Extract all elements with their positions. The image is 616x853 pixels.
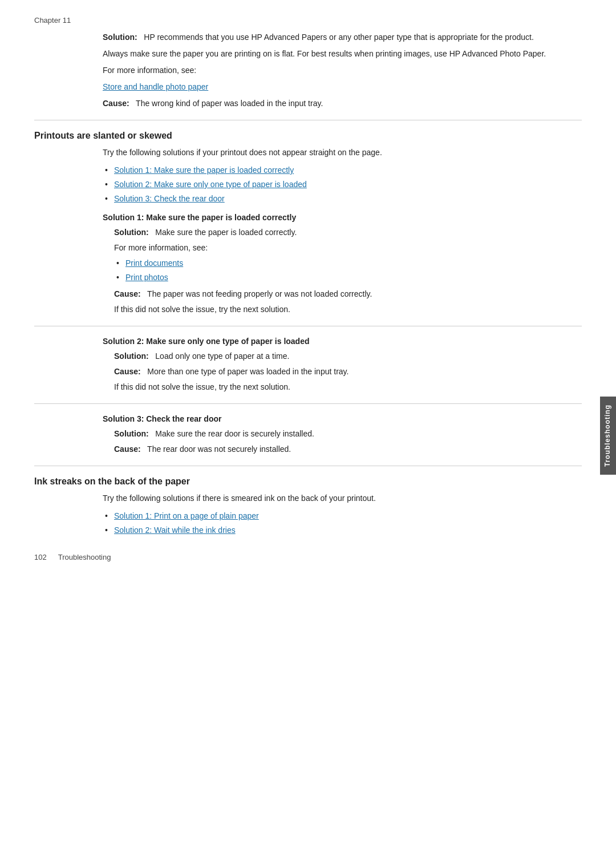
ink-link-1[interactable]: Solution 1: Print on a page of plain pap… — [114, 511, 259, 520]
solution2-solution-text: Load only one type of paper at a time. — [155, 351, 289, 361]
print-photos-link[interactable]: Print photos — [125, 273, 168, 282]
solution3-solution-para: Solution: Make sure the rear door is sec… — [114, 428, 582, 440]
section-slanted-title: Printouts are slanted or skewed — [34, 131, 582, 141]
solution1-cause-body: Cause: The paper was not feeding properl… — [34, 288, 582, 316]
solution3-cause-para: Cause: The rear door was not securely in… — [114, 443, 582, 455]
solution3-title: Solution 3: Check the rear door — [34, 414, 582, 423]
solution1-solution-text: Make sure the paper is loaded correctly. — [155, 228, 297, 237]
ink-bullet-2[interactable]: Solution 2: Wait while the ink dries — [114, 524, 582, 536]
solution2-cause-text: More than one type of paper was loaded i… — [147, 367, 348, 376]
page-container: Chapter 11 Solution: HP recommends that … — [0, 0, 616, 577]
solution2-cause-label: Cause: — [114, 367, 141, 376]
solution2-cause-para: Cause: More than one type of paper was l… — [114, 366, 582, 378]
print-documents-link[interactable]: Print documents — [125, 258, 183, 268]
slanted-link-2[interactable]: Solution 2: Make sure only one type of p… — [114, 180, 307, 189]
section-ink-title: Ink streaks on the back of the paper — [34, 476, 582, 487]
solution1-title: Solution 1: Make sure the paper is loade… — [34, 213, 582, 222]
solution2-solution-para: Solution: Load only one type of paper at… — [114, 350, 582, 362]
solution3-cause-text: The rear door was not securely installed… — [147, 444, 291, 454]
solution1-cause-label: Cause: — [114, 289, 141, 298]
ink-bullets: Solution 1: Print on a page of plain pap… — [34, 510, 582, 536]
side-tab-label: Troubleshooting — [603, 405, 611, 467]
solution2-next: If this did not solve the issue, try the… — [114, 381, 582, 393]
top-solution-para: Solution: HP recommends that you use HP … — [103, 31, 582, 43]
solution1-link-1[interactable]: Print documents — [125, 257, 582, 269]
section-slanted: Printouts are slanted or skewed Try the … — [34, 131, 582, 466]
solution-label: Solution: — [103, 33, 137, 42]
side-tab: Troubleshooting — [600, 397, 616, 475]
footer-text: Troubleshooting — [58, 553, 111, 561]
solution3-solution-text: Make sure the rear door is securely inst… — [155, 429, 314, 438]
slanted-link-1[interactable]: Solution 1: Make sure the paper is loade… — [114, 165, 294, 175]
divider-1 — [34, 120, 582, 120]
top-cause-para: Cause: The wrong kind of paper was loade… — [103, 98, 582, 110]
solution2-title: Solution 2: Make sure only one type of p… — [34, 337, 582, 346]
ink-link-2[interactable]: Solution 2: Wait while the ink dries — [114, 525, 236, 535]
store-photo-paper-link[interactable]: Store and handle photo paper — [103, 82, 208, 91]
solution1-cause-text: The paper was not feeding properly or wa… — [147, 289, 372, 298]
top-link-store[interactable]: Store and handle photo paper — [103, 81, 582, 93]
top-para1: Always make sure the paper you are print… — [103, 48, 582, 60]
footer-page-number: 102 — [34, 553, 47, 561]
solution3-solution-label: Solution: — [114, 429, 149, 438]
section-ink: Ink streaks on the back of the paper Try… — [34, 476, 582, 536]
solution-text: HP recommends that you use HP Advanced P… — [144, 33, 534, 42]
solution2-solution-label: Solution: — [114, 351, 149, 361]
footer: 102 Troubleshooting — [34, 553, 582, 561]
chapter-label: Chapter 11 — [34, 16, 582, 25]
solution3-cause-label: Cause: — [114, 444, 141, 454]
top-para2: For more information, see: — [103, 64, 582, 76]
ink-bullet-1[interactable]: Solution 1: Print on a page of plain pap… — [114, 510, 582, 522]
solution1-solution-para: Solution: Make sure the paper is loaded … — [114, 227, 582, 238]
slanted-bullet-2[interactable]: Solution 2: Make sure only one type of p… — [114, 179, 582, 191]
slanted-bullets: Solution 1: Make sure the paper is loade… — [34, 164, 582, 205]
top-section: Solution: HP recommends that you use HP … — [34, 31, 582, 110]
cause-text-top: The wrong kind of paper was loaded in th… — [136, 99, 323, 108]
cause-label-top: Cause: — [103, 99, 129, 108]
solution1-link-2[interactable]: Print photos — [125, 272, 582, 284]
solution1-links: Print documents Print photos — [34, 257, 582, 284]
slanted-bullet-3[interactable]: Solution 3: Check the rear door — [114, 193, 582, 205]
solution3-body: Solution: Make sure the rear door is sec… — [34, 428, 582, 455]
divider-2 — [34, 326, 582, 326]
divider-3 — [34, 403, 582, 404]
slanted-bullet-1[interactable]: Solution 1: Make sure the paper is loade… — [114, 164, 582, 176]
section-slanted-intro: Try the following solutions if your prin… — [34, 147, 582, 159]
slanted-link-3[interactable]: Solution 3: Check the rear door — [114, 194, 225, 203]
section-ink-intro: Try the following solutions if there is … — [34, 492, 582, 504]
solution1-next: If this did not solve the issue, try the… — [114, 304, 582, 316]
solution1-for-more: For more information, see: — [114, 242, 582, 254]
solution1-body: Solution: Make sure the paper is loaded … — [34, 227, 582, 254]
solution1-solution-label: Solution: — [114, 228, 149, 237]
divider-4 — [34, 466, 582, 466]
solution1-cause-para: Cause: The paper was not feeding properl… — [114, 288, 582, 300]
solution2-body: Solution: Load only one type of paper at… — [34, 350, 582, 393]
